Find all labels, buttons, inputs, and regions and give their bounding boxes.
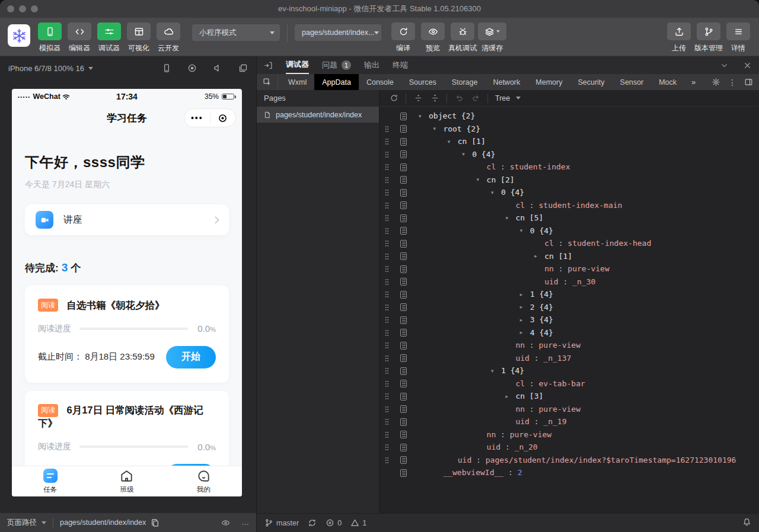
drag-handle-icon[interactable]: [385, 342, 389, 349]
expander-open-icon[interactable]: ▾: [505, 215, 515, 221]
expander-closed-icon[interactable]: ▸: [520, 291, 530, 297]
tree-row[interactable]: ▾0 {4}: [380, 148, 759, 161]
drag-handle-icon[interactable]: [385, 457, 389, 464]
tree-row[interactable]: ▸cn [1]: [380, 250, 759, 263]
drag-handle-icon[interactable]: [385, 406, 389, 413]
drag-handle-icon[interactable]: [385, 418, 389, 425]
edit-node-icon[interactable]: [400, 265, 407, 273]
git-branch[interactable]: master: [264, 518, 299, 527]
edit-node-icon[interactable]: [400, 176, 407, 184]
devtools-tab-console[interactable]: Console: [359, 74, 401, 90]
refresh-icon[interactable]: [385, 92, 402, 105]
edit-node-icon[interactable]: [400, 405, 407, 413]
edit-node-icon[interactable]: [400, 303, 407, 311]
expander-closed-icon[interactable]: ▸: [520, 329, 530, 335]
edit-node-icon[interactable]: [400, 418, 407, 426]
devtools-tab-wxml[interactable]: Wxml: [280, 74, 314, 90]
settings-gear-icon[interactable]: [712, 78, 720, 86]
edit-node-icon[interactable]: [400, 329, 407, 336]
devtools-tab-appdata[interactable]: AppData: [314, 74, 359, 90]
drag-handle-icon[interactable]: [385, 444, 389, 451]
expand-all-icon[interactable]: [410, 92, 426, 105]
devtools-tab-mock[interactable]: Mock: [651, 74, 684, 90]
toolbar-compile-button[interactable]: 编译: [389, 23, 417, 53]
drag-handle-icon[interactable]: [385, 393, 389, 400]
drag-handle-icon[interactable]: [385, 355, 389, 362]
start-button[interactable]: 开始: [166, 346, 216, 368]
edit-node-icon[interactable]: [400, 125, 407, 133]
edit-node-icon[interactable]: [400, 316, 407, 324]
mode-select[interactable]: 小程序模式: [192, 24, 280, 41]
tree-row[interactable]: nn : pure-view: [380, 262, 759, 275]
drag-handle-icon[interactable]: [385, 164, 389, 171]
toolbar-debugger-button[interactable]: 调试器: [95, 23, 123, 53]
tree-row[interactable]: ▸cn [3]: [380, 390, 759, 403]
tree-row[interactable]: ▾0 {4}: [380, 186, 759, 199]
expander-closed-icon[interactable]: ▸: [520, 304, 530, 310]
edit-node-icon[interactable]: [400, 469, 407, 477]
inspect-element-icon[interactable]: [263, 78, 272, 86]
tree-row[interactable]: cl : student-index: [380, 161, 759, 174]
edit-node-icon[interactable]: [400, 431, 407, 438]
tree-row[interactable]: uid : _n_137: [380, 352, 759, 365]
tabbar-item-tasks[interactable]: 任务: [12, 466, 88, 496]
tree-row[interactable]: ▾root {2}: [380, 123, 759, 136]
panel-tab-terminal[interactable]: 终端: [393, 56, 408, 74]
devtools-tab-memory[interactable]: Memory: [528, 74, 570, 90]
tree-row[interactable]: cl : student-index-head: [380, 237, 759, 250]
expander-closed-icon[interactable]: ▸: [505, 393, 515, 399]
tree-row[interactable]: uid : _n_19: [380, 415, 759, 428]
minimize-capsule-button[interactable]: [211, 113, 236, 123]
page-path-label[interactable]: 页面路径: [7, 518, 37, 528]
toolbar-preview-button[interactable]: 预览: [419, 23, 447, 53]
edit-node-icon[interactable]: [400, 291, 407, 299]
device-selector[interactable]: iPhone 6/7/8 100% 16: [8, 64, 84, 73]
expander-open-icon[interactable]: ▾: [477, 177, 487, 182]
devtools-tab-sources[interactable]: Sources: [401, 74, 444, 90]
minimize-window-button[interactable]: [19, 5, 26, 12]
drag-handle-icon[interactable]: [385, 189, 389, 196]
edit-node-icon[interactable]: [400, 444, 407, 451]
multi-window-icon[interactable]: [238, 63, 248, 73]
tree-row[interactable]: ▾cn [2]: [380, 174, 759, 187]
toolbar-simulator-button[interactable]: 模拟器: [36, 23, 64, 53]
drag-handle-icon[interactable]: [385, 304, 389, 311]
edit-node-icon[interactable]: [400, 150, 407, 158]
tree-row[interactable]: ▸4 {4}: [380, 326, 759, 339]
devtools-tab-storage[interactable]: Storage: [444, 74, 486, 90]
drag-handle-icon[interactable]: [385, 177, 389, 184]
tree-row[interactable]: uid : _n_30: [380, 275, 759, 289]
edit-node-icon[interactable]: [400, 393, 407, 400]
undo-icon[interactable]: [451, 92, 467, 105]
sync-icon[interactable]: [308, 518, 317, 527]
edit-node-icon[interactable]: [400, 214, 407, 222]
tree-row[interactable]: nn : pure-view: [380, 403, 759, 416]
edit-node-icon[interactable]: [400, 367, 407, 375]
tree-row[interactable]: ▸3 {4}: [380, 313, 759, 326]
tabbar-item-class[interactable]: 班级: [88, 466, 165, 496]
toolbar-device-debug-button[interactable]: 真机调试: [448, 23, 477, 53]
edit-node-icon[interactable]: [400, 138, 407, 146]
page-item[interactable]: pages/student/index/index: [257, 107, 379, 123]
lecture-entry[interactable]: 讲座: [25, 204, 229, 235]
tree-row[interactable]: ▸2 {4}: [380, 301, 759, 314]
panel-tab-output[interactable]: 输出: [364, 56, 380, 74]
toolbar-clouddev-button[interactable]: 云开发: [154, 23, 183, 53]
edit-node-icon[interactable]: [400, 278, 407, 286]
drag-handle-icon[interactable]: [385, 329, 389, 336]
edit-node-icon[interactable]: [400, 342, 407, 350]
panel-tab-problems[interactable]: 问题1: [322, 56, 351, 74]
expander-open-icon[interactable]: ▾: [419, 113, 429, 119]
redo-icon[interactable]: [467, 92, 484, 105]
expander-closed-icon[interactable]: ▸: [520, 317, 530, 323]
edit-node-icon[interactable]: [400, 201, 407, 209]
tree-row[interactable]: ▾cn [1]: [380, 135, 759, 148]
collapse-panel-icon[interactable]: [720, 61, 729, 70]
toolbar-details-button[interactable]: 详情: [724, 23, 752, 53]
drag-handle-icon[interactable]: [385, 202, 389, 209]
toolbar-editor-button[interactable]: 编辑器: [65, 23, 94, 53]
drag-handle-icon[interactable]: [385, 151, 389, 158]
more-tabs-button[interactable]: »: [684, 74, 703, 90]
tree-row[interactable]: __webviewId__ : 2: [380, 466, 759, 479]
tree-row[interactable]: cl : student-index-main: [380, 199, 759, 212]
